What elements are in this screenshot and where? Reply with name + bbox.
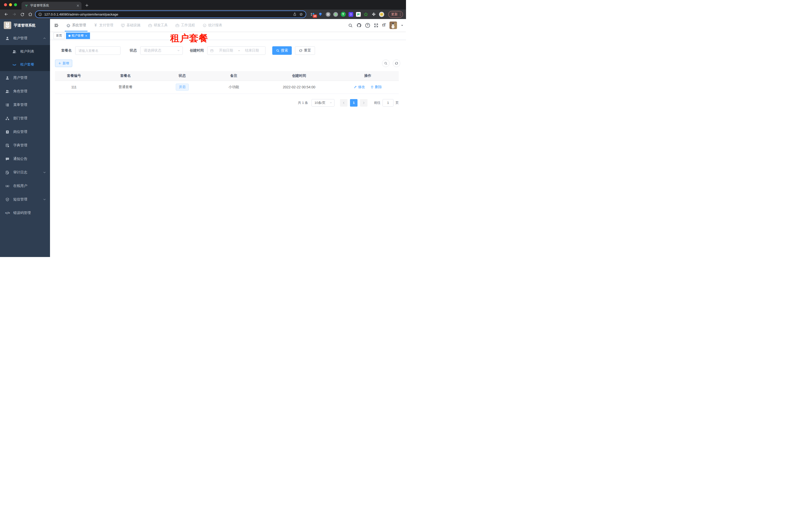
caret-down-icon[interactable]: [401, 24, 404, 27]
update-label: 更新: [391, 12, 398, 17]
tags-view-bar: 首页 租户套餐: [50, 31, 406, 40]
browser-tab[interactable]: 芋道管理系统: [22, 2, 82, 9]
browser-update-button[interactable]: 更新: [388, 11, 403, 18]
url-bar[interactable]: 127.0.0.1:48080/admin-ui/system/tenant/p…: [35, 10, 306, 18]
table-header-row: 套餐编号 套餐名 状态 备注 创建时间 操作: [55, 71, 399, 81]
online-user-icon: [5, 184, 9, 188]
tag-home[interactable]: 首页: [54, 32, 64, 39]
create-time-label: 创建时间: [190, 48, 204, 53]
sidebar-item-dict-management[interactable]: 字典管理: [0, 139, 50, 152]
tab-close-icon[interactable]: [76, 4, 80, 7]
font-size-icon[interactable]: tT: [382, 23, 386, 28]
extension-star-icon[interactable]: [364, 12, 369, 17]
topnav-system[interactable]: 系统管理: [62, 19, 90, 31]
bookmark-star-icon[interactable]: [299, 12, 303, 17]
extension-y-icon[interactable]: Y: [341, 12, 346, 17]
sidebar-item-role-management[interactable]: 角色管理: [0, 85, 50, 98]
edit-link[interactable]: 修改: [354, 85, 365, 89]
extension-command-icon[interactable]: [326, 12, 330, 17]
show-search-button[interactable]: [382, 59, 389, 67]
header-actions: ? tT: [348, 19, 406, 31]
sidebar-item-audit-log[interactable]: 审计日志: [0, 166, 50, 179]
chevron-down-icon: [43, 171, 46, 174]
search-button[interactable]: 搜索: [272, 46, 292, 55]
users-icon: [12, 50, 17, 54]
next-page-button[interactable]: [360, 99, 368, 107]
top-header: 系统管理 ¥ 支付管理 基础设施 研发工具: [50, 19, 406, 31]
browser-menu-icon[interactable]: [400, 13, 401, 16]
sidebar-item-tenant-list[interactable]: 租户列表: [0, 45, 50, 58]
sidebar-item-post-management[interactable]: 岗位管理: [0, 125, 50, 139]
sidebar-item-tenant-management[interactable]: 租户管理: [0, 31, 50, 45]
sidebar-item-notice[interactable]: 通知公告: [0, 152, 50, 166]
main-area: 系统管理 ¥ 支付管理 基础设施 研发工具: [50, 19, 406, 257]
user-icon: [5, 76, 9, 80]
back-button[interactable]: [3, 11, 9, 18]
start-date-placeholder[interactable]: 开始日期: [215, 48, 237, 53]
user-avatar[interactable]: [389, 22, 397, 29]
close-window-button[interactable]: [4, 3, 7, 6]
sidebar-submenu-tenant: 租户列表 租户套餐: [0, 45, 50, 71]
browser-profile-avatar[interactable]: [379, 12, 384, 17]
sidebar-item-sms-management[interactable]: 短信管理: [0, 193, 50, 206]
goto-page-input[interactable]: [382, 99, 394, 107]
extension-gem-icon[interactable]: [318, 12, 323, 17]
app-logo: 芋道管理系统: [0, 19, 50, 31]
page-size-select[interactable]: 10条/页: [312, 99, 335, 107]
close-icon[interactable]: [85, 34, 87, 37]
topnav-reports[interactable]: 统计报表: [199, 19, 226, 31]
package-name-input[interactable]: [75, 46, 120, 55]
package-table: 套餐编号 套餐名 状态 备注 创建时间 操作 111 普通套餐 开启: [55, 71, 399, 94]
gauge-icon: [203, 23, 207, 28]
add-button[interactable]: 新增: [55, 59, 72, 67]
sidebar-collapse-icon[interactable]: [50, 19, 62, 31]
tag-tenant-package[interactable]: 租户套餐: [66, 32, 90, 39]
extension-blocker-icon[interactable]: 10: [310, 12, 315, 17]
share-icon[interactable]: [293, 12, 297, 16]
col-header-status: 状态: [158, 71, 206, 81]
status-badge[interactable]: 开启: [176, 84, 189, 90]
extension-shield-icon[interactable]: [348, 12, 353, 17]
topnav-workflow[interactable]: 工作流程: [172, 19, 199, 31]
window-controls[interactable]: [4, 0, 17, 9]
prev-page-button[interactable]: [340, 99, 348, 107]
topnav-payment[interactable]: ¥ 支付管理: [90, 19, 117, 31]
sidebar-item-dept-management[interactable]: 部门管理: [0, 112, 50, 125]
maximize-window-button[interactable]: [14, 3, 17, 6]
help-icon[interactable]: ?: [365, 23, 370, 28]
fullscreen-icon[interactable]: [374, 23, 378, 28]
plus-icon: [58, 62, 61, 65]
pagination: 共 1 条 10条/页 1 前往 页: [55, 99, 399, 107]
reset-button[interactable]: 重置: [295, 46, 315, 55]
search-icon[interactable]: [348, 23, 353, 28]
extension-dot-icon[interactable]: [333, 12, 338, 17]
sidebar-item-menu-management[interactable]: 菜单管理: [0, 98, 50, 112]
url-text: 127.0.0.1:48080/admin-ui/system/tenant/p…: [44, 12, 118, 16]
forward-button[interactable]: [11, 11, 18, 18]
delete-link[interactable]: 删除: [371, 85, 382, 89]
sidebar-item-online-users[interactable]: 在线用户: [0, 179, 50, 193]
briefcase-icon: [175, 23, 179, 28]
cell-remark: 小功能: [206, 81, 261, 93]
reload-button[interactable]: [19, 11, 26, 18]
end-date-placeholder[interactable]: 结束日期: [241, 48, 263, 53]
extension-chat-icon[interactable]: [356, 12, 361, 17]
trash-icon: [371, 85, 374, 88]
page-number-1[interactable]: 1: [350, 99, 357, 107]
date-range-picker[interactable]: 开始日期 - 结束日期: [207, 46, 265, 55]
home-button[interactable]: [27, 11, 33, 18]
new-tab-button[interactable]: [84, 2, 90, 8]
minimize-window-button[interactable]: [9, 3, 12, 6]
col-header-created: 创建时间: [261, 71, 337, 81]
topnav-infrastructure[interactable]: 基础设施: [117, 19, 144, 31]
table-toolbar: 新增: [55, 59, 403, 67]
sidebar-item-error-code[interactable]: </> 错误码管理: [0, 206, 50, 220]
sidebar-item-tenant-package[interactable]: 租户套餐: [0, 58, 50, 71]
site-info-icon[interactable]: [38, 12, 42, 16]
topnav-dev-tools[interactable]: 研发工具: [144, 19, 172, 31]
status-select[interactable]: 请选择状态: [140, 46, 183, 55]
sidebar-item-user-management[interactable]: 用户管理: [0, 71, 50, 85]
github-icon[interactable]: [356, 23, 361, 28]
refresh-table-button[interactable]: [393, 59, 400, 67]
extensions-puzzle-icon[interactable]: [371, 12, 376, 17]
